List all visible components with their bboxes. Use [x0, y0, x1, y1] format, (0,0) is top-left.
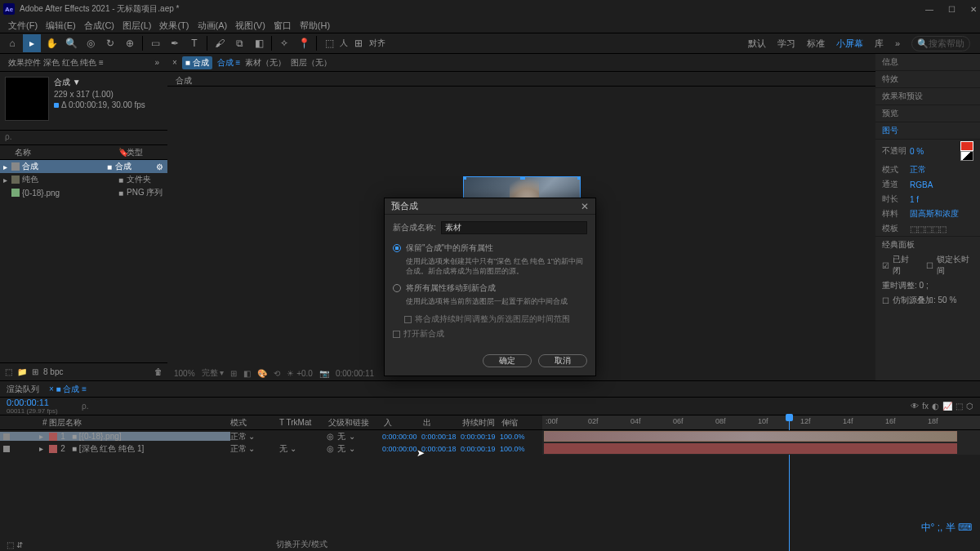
snap-toggle[interactable]: ⊞	[350, 34, 368, 52]
timeline-row-1[interactable]: ▸ 1 ■ [{0-18}.png] 正常 ⌄ ◎无 ⌄ 0:00:00:00 …	[0, 430, 980, 442]
3d-icon[interactable]: ⬡	[966, 402, 973, 411]
col-name-header[interactable]: 名称	[0, 147, 118, 158]
current-time[interactable]: 0:00:00:11 00011 (29.97 fps)	[0, 398, 82, 415]
open-new-comp-check[interactable]: 打开新合成	[393, 328, 587, 340]
resolution-dropdown[interactable]: 完整 ▾	[202, 367, 225, 379]
snapshot-icon[interactable]: 📷	[319, 369, 329, 378]
reset-icon[interactable]: ⟲	[274, 369, 280, 378]
option-move-attrs[interactable]: 将所有属性移动到新合成	[393, 282, 587, 294]
ok-button[interactable]: 确定	[483, 354, 532, 367]
grid-icon[interactable]: ⊞	[230, 369, 237, 378]
cancel-button[interactable]: 取消	[538, 354, 587, 367]
pan-behind-tool[interactable]: ⊕	[121, 34, 139, 52]
selection-tool[interactable]: ▸	[23, 34, 41, 52]
viewer-footage-tab[interactable]: 素材（无）	[245, 57, 286, 69]
viewer-time[interactable]: 0:00:00:11	[336, 369, 374, 378]
comp-timeline-tab[interactable]: × ■ 合成 ≡	[49, 384, 87, 395]
close-button[interactable]: ✕	[970, 5, 977, 14]
menu-window[interactable]: 窗口	[270, 18, 295, 33]
workspace-small[interactable]: 小屏幕	[836, 38, 863, 50]
interpret-icon[interactable]: ⬚	[5, 367, 12, 376]
layer-bar-2[interactable]	[544, 443, 957, 454]
channel-icon[interactable]: 🎨	[257, 369, 267, 378]
menu-help[interactable]: 帮助(H)	[296, 18, 333, 33]
menu-view[interactable]: 视图(V)	[232, 18, 269, 33]
rp-effects[interactable]: 效果和预设	[875, 88, 980, 105]
rp-paint[interactable]: 图号	[875, 122, 980, 140]
snap-icon[interactable]: ⬚	[320, 34, 338, 52]
dialog-titlebar[interactable]: 预合成 ✕	[385, 198, 595, 215]
fx-icon[interactable]: fx	[922, 402, 929, 411]
visibility-toggle[interactable]	[3, 446, 10, 452]
help-search[interactable]: 🔍 搜索帮助	[911, 36, 970, 51]
rotate-tool[interactable]: ↻	[101, 34, 119, 52]
layer-search[interactable]: ρ.	[82, 402, 229, 411]
comp-thumbnail[interactable]	[5, 77, 49, 121]
bg-color[interactable]	[960, 151, 973, 161]
puppet-tool[interactable]: 📍	[295, 34, 313, 52]
chk-overlay[interactable]: ☐	[882, 296, 889, 305]
fg-color[interactable]	[960, 141, 973, 151]
workspace-default[interactable]: 默认	[748, 38, 766, 50]
hand-tool[interactable]: ✋	[42, 34, 60, 52]
viewer-layer-tab[interactable]: 图层（无）	[291, 57, 332, 69]
handle-tr[interactable]	[577, 176, 581, 180]
eraser-tool[interactable]: ◧	[250, 34, 268, 52]
menu-comp[interactable]: 合成(C)	[81, 18, 118, 33]
viewer-lock-icon[interactable]: ×	[172, 58, 177, 67]
bpc-label[interactable]: 8 bpc	[43, 367, 63, 376]
project-item-folder[interactable]: ▸ 纯色 ■ 文件夹	[0, 173, 167, 186]
rp-info[interactable]: 信息	[875, 54, 980, 71]
col-type-header[interactable]: 类型	[127, 147, 167, 158]
brush-tool[interactable]: 🖌	[211, 34, 229, 52]
text-tool[interactable]: T	[185, 34, 203, 52]
render-queue-tab[interactable]: 渲染队列	[7, 384, 39, 395]
exposure-icon[interactable]: ☀ +0.0	[287, 369, 313, 378]
mb-icon[interactable]: ◐	[932, 402, 939, 411]
rect-tool[interactable]: ▭	[146, 34, 164, 52]
new-comp-icon[interactable]: ⊞	[32, 367, 38, 376]
pickwhip-icon[interactable]: ◎	[327, 432, 334, 441]
effect-controls-tab[interactable]: 效果控件 深色 红色 纯色 ≡	[3, 56, 109, 70]
trash-icon[interactable]: 🗑	[154, 367, 163, 376]
menu-file[interactable]: 文件(F)	[5, 18, 41, 33]
toggle-icon[interactable]: ⬚	[7, 540, 14, 549]
menu-anim[interactable]: 动画(A)	[194, 18, 231, 33]
minimize-button[interactable]: —	[925, 5, 933, 14]
roto-tool[interactable]: ✧	[275, 34, 293, 52]
comp-name-input[interactable]	[441, 221, 587, 234]
workspace-lib[interactable]: 库	[875, 38, 884, 50]
rp-audio[interactable]: 特效	[875, 71, 980, 88]
clone-tool[interactable]: ⧉	[230, 34, 248, 52]
pickwhip-icon[interactable]: ◎	[327, 444, 334, 453]
layer-bar-1[interactable]	[544, 431, 957, 442]
handle-tc[interactable]	[520, 176, 525, 180]
collapse-icon[interactable]: ⇵	[16, 540, 23, 549]
zoom-tool[interactable]: 🔍	[62, 34, 80, 52]
visibility-toggle[interactable]	[3, 433, 10, 440]
maximize-button[interactable]: ☐	[948, 5, 956, 14]
workspace-more[interactable]: »	[895, 38, 900, 48]
rp-preview[interactable]: 预览	[875, 105, 980, 122]
workspace-learn[interactable]: 学习	[777, 38, 795, 50]
handle-tl[interactable]	[463, 176, 466, 180]
home-icon[interactable]: ⌂	[3, 34, 21, 52]
viewer-comp-tag[interactable]: ■ 合成	[182, 56, 212, 69]
adjust-duration-check[interactable]: 将合成持续时间调整为所选图层的时间范围	[404, 313, 587, 325]
option-keep-attrs[interactable]: 保留"合成"中的所有属性	[393, 242, 587, 254]
chk-time[interactable]: ☐	[926, 261, 933, 270]
adj-icon[interactable]: ⬚	[956, 402, 963, 411]
graph-icon[interactable]: 📈	[942, 402, 952, 411]
viewer-active-tab[interactable]: 合成 ≡	[217, 57, 241, 69]
project-item-comp[interactable]: ▸ 合成 ■ 合成 ⚙	[0, 160, 167, 173]
pen-tool[interactable]: ✒	[166, 34, 184, 52]
mask-icon[interactable]: ◧	[243, 369, 251, 378]
project-search[interactable]: ρ.	[0, 131, 167, 145]
workspace-standard[interactable]: 标准	[807, 38, 825, 50]
menu-edit[interactable]: 编辑(E)	[42, 18, 79, 33]
menu-layer[interactable]: 图层(L)	[119, 18, 154, 33]
timeline-row-2[interactable]: ▸ 2 ■ [深色 红色 纯色 1] 正常 ⌄ 无 ⌄ ◎无 ⌄ 0:00:00…	[0, 442, 980, 455]
zoom-level[interactable]: 100%	[174, 369, 195, 378]
folder-icon[interactable]: 📁	[17, 367, 27, 376]
project-item-image[interactable]: {0-18}.png ■ PNG 序列	[0, 186, 167, 199]
